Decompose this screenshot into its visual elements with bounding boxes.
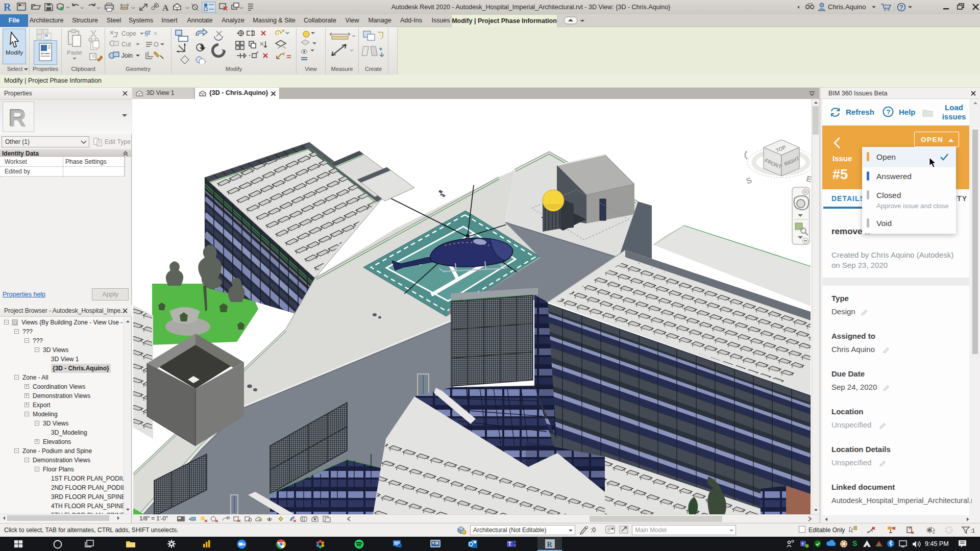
svg-text:T: T <box>801 542 804 546</box>
svg-text:?: ? <box>887 108 891 116</box>
svg-text:Join: Join <box>121 52 133 59</box>
svg-text:T: T <box>508 541 511 547</box>
svg-text:Cope: Cope <box>121 30 136 37</box>
svg-text:R: R <box>9 105 26 130</box>
svg-text:Chris.Aquino: Chris.Aquino <box>828 3 866 11</box>
svg-text::1: :1 <box>970 528 975 534</box>
svg-text:?: ? <box>899 4 903 11</box>
svg-text:R: R <box>4 2 11 13</box>
svg-text:R: R <box>547 541 553 548</box>
svg-text:Cut: Cut <box>121 41 131 48</box>
